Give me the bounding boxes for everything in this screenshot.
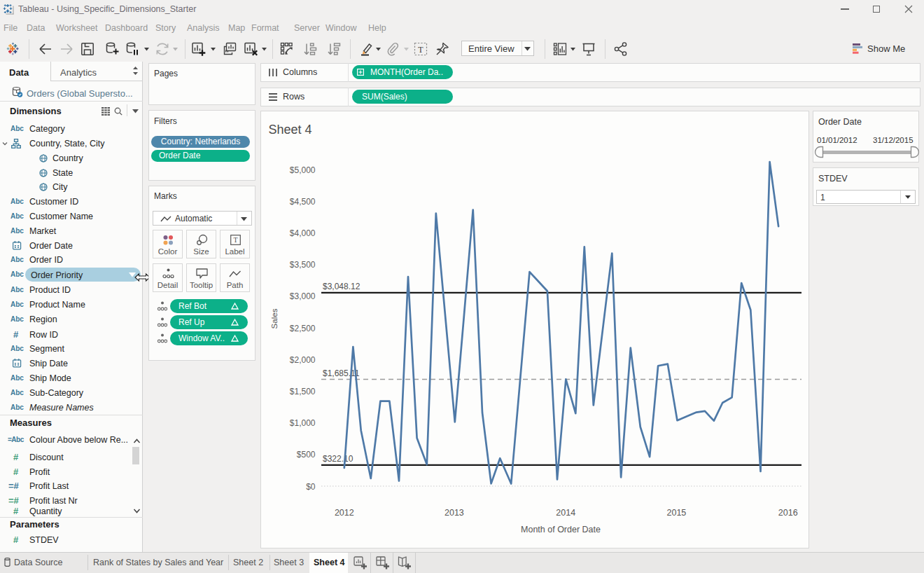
- svg-text:$500: $500: [297, 450, 316, 460]
- svg-text:$0: $0: [306, 482, 316, 492]
- svg-text:Month of Order Date: Month of Order Date: [521, 525, 601, 534]
- svg-text:$5,000: $5,000: [290, 165, 316, 175]
- svg-text:$322.10: $322.10: [323, 454, 354, 464]
- svg-text:T: T: [233, 236, 237, 244]
- svg-text:$1,685.11: $1,685.11: [323, 368, 360, 378]
- svg-text:T: T: [418, 45, 424, 55]
- svg-text:2014: 2014: [556, 508, 575, 518]
- svg-text:$3,500: $3,500: [290, 260, 316, 270]
- svg-text:$2,000: $2,000: [290, 355, 316, 365]
- svg-text:2016: 2016: [778, 508, 798, 518]
- svg-text:$1,500: $1,500: [290, 387, 316, 396]
- svg-text:Sheet 4: Sheet 4: [269, 123, 312, 137]
- svg-text:Sales: Sales: [270, 308, 279, 329]
- svg-text:2013: 2013: [444, 508, 464, 518]
- svg-text:2015: 2015: [666, 508, 686, 518]
- svg-text:$4,500: $4,500: [290, 197, 316, 207]
- svg-text:2012: 2012: [335, 508, 354, 518]
- svg-text:$4,000: $4,000: [290, 228, 316, 238]
- svg-text:$2,500: $2,500: [290, 324, 316, 333]
- svg-text:$3,048.12: $3,048.12: [323, 282, 360, 291]
- svg-text:$1,000: $1,000: [290, 418, 316, 428]
- svg-text:$3,000: $3,000: [290, 291, 316, 301]
